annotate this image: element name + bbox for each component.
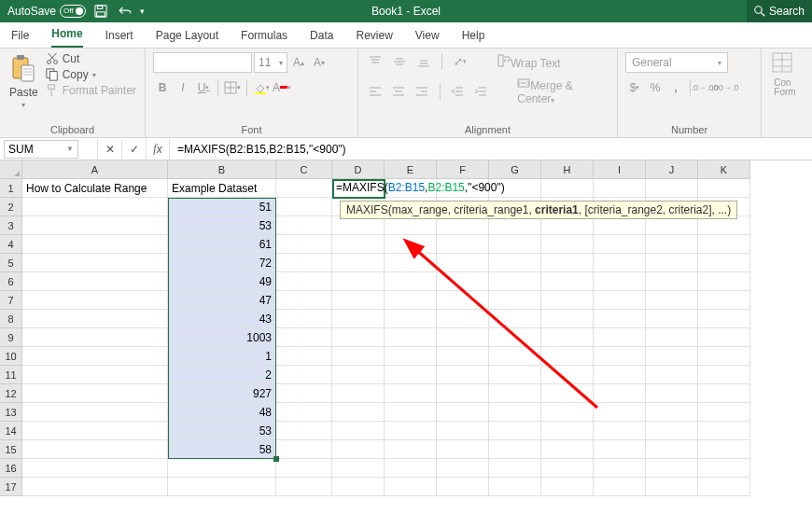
cell-I11[interactable]	[594, 366, 646, 384]
cell-E12[interactable]	[385, 384, 437, 403]
cell-C15[interactable]	[276, 440, 332, 459]
comma-icon[interactable]: ,	[666, 78, 685, 97]
cell-A15[interactable]	[22, 440, 168, 459]
row-header-8[interactable]: 8	[0, 310, 22, 328]
cell-B16[interactable]	[168, 459, 276, 478]
cell-D6[interactable]	[332, 272, 385, 291]
cell-D13[interactable]	[332, 403, 385, 422]
cell-A9[interactable]	[22, 328, 168, 347]
col-header-C[interactable]: C	[276, 160, 332, 179]
cell-K6[interactable]	[698, 272, 750, 291]
cell-F4[interactable]	[437, 235, 489, 254]
cell-I1[interactable]	[594, 179, 646, 198]
cell-K16[interactable]	[698, 459, 750, 478]
cell-G3[interactable]	[489, 216, 541, 235]
bold-button[interactable]: B	[153, 78, 172, 97]
cell-G7[interactable]	[489, 291, 541, 310]
cell-J5[interactable]	[646, 254, 698, 272]
cell-B9[interactable]: 1003	[168, 328, 276, 347]
cell-K3[interactable]	[698, 216, 750, 235]
row-header-17[interactable]: 17	[0, 478, 22, 496]
name-box[interactable]: SUM▼	[4, 140, 78, 159]
row-header-4[interactable]: 4	[0, 235, 22, 254]
cell-H9[interactable]	[541, 328, 594, 347]
cell-D16[interactable]	[332, 459, 385, 478]
col-header-D[interactable]: D	[332, 160, 385, 179]
cell-F11[interactable]	[437, 366, 489, 384]
cell-H7[interactable]	[541, 291, 594, 310]
align-right-icon[interactable]	[413, 82, 430, 101]
cell-E14[interactable]	[385, 422, 437, 440]
font-color-button[interactable]: A▾	[273, 78, 291, 97]
currency-icon[interactable]: $▾	[625, 78, 644, 97]
cell-K12[interactable]	[698, 384, 750, 403]
cell-K10[interactable]	[698, 347, 750, 366]
cell-A1[interactable]: How to Calculate Range	[22, 179, 168, 198]
cell-D9[interactable]	[332, 328, 385, 347]
cell-K17[interactable]	[698, 478, 750, 496]
save-icon[interactable]	[91, 2, 110, 21]
cell-F14[interactable]	[437, 422, 489, 440]
select-all-corner[interactable]	[0, 160, 22, 179]
cell-I15[interactable]	[594, 440, 646, 459]
cell-D15[interactable]	[332, 440, 385, 459]
cell-F15[interactable]	[437, 440, 489, 459]
cell-G10[interactable]	[489, 347, 541, 366]
undo-icon[interactable]	[116, 2, 134, 21]
cell-B2[interactable]: 51	[168, 198, 276, 216]
cell-A14[interactable]	[22, 422, 168, 440]
row-header-12[interactable]: 12	[0, 384, 22, 403]
tab-pagelayout[interactable]: Page Layout	[156, 23, 218, 48]
enter-formula-button[interactable]: ✓	[121, 139, 146, 160]
cell-D14[interactable]	[332, 422, 385, 440]
cell-K8[interactable]	[698, 310, 750, 328]
cell-D4[interactable]	[332, 235, 385, 254]
cell-F8[interactable]	[437, 310, 489, 328]
col-header-B[interactable]: B	[168, 160, 276, 179]
cell-K1[interactable]	[698, 179, 750, 198]
cell-D7[interactable]	[332, 291, 385, 310]
cell-A10[interactable]	[22, 347, 168, 366]
cut-button[interactable]: Cut	[46, 52, 136, 65]
cell-E17[interactable]	[385, 478, 437, 496]
cell-G4[interactable]	[489, 235, 541, 254]
font-name-dropdown[interactable]	[153, 52, 252, 73]
cell-H4[interactable]	[541, 235, 594, 254]
cell-H8[interactable]	[541, 310, 594, 328]
cell-D11[interactable]	[332, 366, 385, 384]
cell-F5[interactable]	[437, 254, 489, 272]
conditional-formatting-button[interactable]: Con Form	[769, 52, 801, 97]
cell-C11[interactable]	[276, 366, 332, 384]
cell-J10[interactable]	[646, 347, 698, 366]
cell-D8[interactable]	[332, 310, 385, 328]
cell-J11[interactable]	[646, 366, 698, 384]
formatpainter-button[interactable]: Format Painter	[46, 84, 136, 97]
cell-C16[interactable]	[276, 459, 332, 478]
font-size-dropdown[interactable]: 11▾	[254, 52, 287, 73]
formula-bar-input[interactable]: =MAXIFS(B2:B15,B2:B15,"<900")	[170, 143, 812, 156]
cell-B13[interactable]: 48	[168, 403, 276, 422]
cell-D17[interactable]	[332, 478, 385, 496]
cell-H16[interactable]	[541, 459, 594, 478]
cell-A5[interactable]	[22, 254, 168, 272]
cell-A4[interactable]	[22, 235, 168, 254]
cell-H11[interactable]	[541, 366, 594, 384]
cell-J16[interactable]	[646, 459, 698, 478]
cell-J14[interactable]	[646, 422, 698, 440]
cell-E8[interactable]	[385, 310, 437, 328]
underline-button[interactable]: U▾	[194, 78, 213, 97]
cell-A11[interactable]	[22, 366, 168, 384]
cell-G6[interactable]	[489, 272, 541, 291]
row-header-6[interactable]: 6	[0, 272, 22, 291]
cell-G17[interactable]	[489, 478, 541, 496]
tab-insert[interactable]: Insert	[105, 23, 133, 48]
cell-J6[interactable]	[646, 272, 698, 291]
cell-C5[interactable]	[276, 254, 332, 272]
tab-view[interactable]: View	[415, 23, 440, 48]
cell-B11[interactable]: 2	[168, 366, 276, 384]
cell-C7[interactable]	[276, 291, 332, 310]
orientation-icon[interactable]: ⤢▾	[451, 52, 469, 71]
col-header-I[interactable]: I	[594, 160, 646, 179]
cell-B5[interactable]: 72	[168, 254, 276, 272]
percent-icon[interactable]: %	[646, 78, 665, 97]
